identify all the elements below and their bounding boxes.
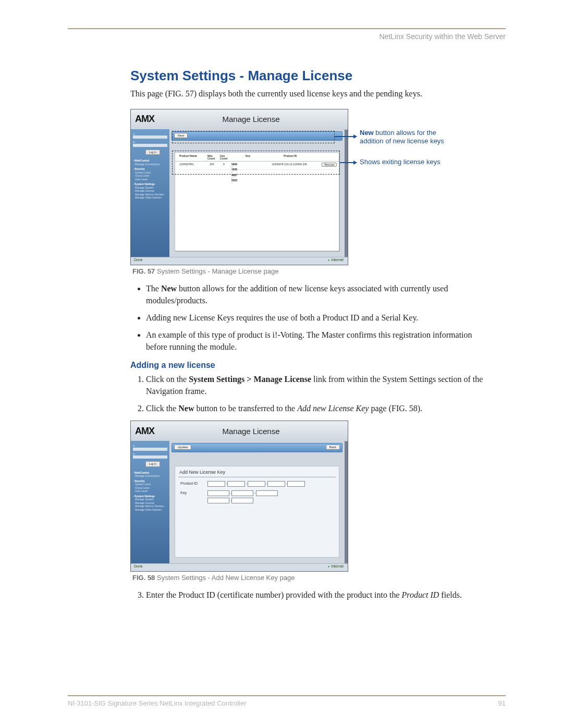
- figure-57-caption: FIG. 57 System Settings - Manage License…: [132, 267, 495, 275]
- toolbar-b: Update Back: [172, 443, 342, 452]
- app-header: AMX Manage License: [131, 109, 348, 130]
- app-window-b: AMX Manage License u: p: Log In - WebCon…: [130, 421, 348, 572]
- running-head: NetLinx Security within the Web Server: [379, 32, 506, 41]
- sidebar-item-manage-netlinx-devices-b[interactable]: Manage NetLinx Devices: [135, 504, 167, 508]
- label-key: Key: [180, 491, 206, 495]
- status-bar: Done Internet: [131, 257, 348, 265]
- figure-57-graphic: AMX Manage License u: p: Log In - WebCon…: [130, 109, 454, 265]
- callout-new: New button allows for the addition of ne…: [360, 129, 451, 146]
- password-input-b[interactable]: [133, 455, 167, 459]
- product-id-input-2[interactable]: [227, 481, 245, 487]
- status-done-b: Done: [134, 564, 143, 568]
- app-header-b: AMX Manage License: [131, 421, 348, 441]
- back-button[interactable]: Back: [326, 445, 340, 450]
- username-input[interactable]: [133, 135, 167, 139]
- app-main: New Product Name Max Count Use Count Key…: [169, 129, 345, 257]
- label-product-id: Product ID: [180, 482, 206, 485]
- key-input-4[interactable]: [207, 498, 229, 503]
- steps-list-cont: Enter the Product ID (certificate number…: [136, 589, 495, 601]
- step-1: Click on the System Settings > Manage Li…: [146, 373, 495, 397]
- screen-title-b: Manage License: [154, 427, 348, 436]
- bullet-1: The New button allows for the addition o…: [146, 282, 495, 306]
- intro-paragraph: This page (FIG. 57) displays both the cu…: [130, 88, 495, 100]
- status-bar-b: Done Internet: [131, 563, 348, 571]
- page-number: 91: [498, 699, 506, 707]
- screen-title: Manage License: [154, 115, 348, 124]
- form-divider: [178, 477, 336, 477]
- figure-58: AMX Manage License u: p: Log In - WebCon…: [130, 421, 495, 582]
- key-input-5[interactable]: [231, 498, 253, 503]
- steps-list: Click on the System Settings > Manage Li…: [136, 373, 495, 415]
- update-button[interactable]: Update: [174, 445, 191, 450]
- figure-58-caption: FIG. 58 System Settings - Add New Licens…: [132, 574, 495, 582]
- product-id-input-4[interactable]: [267, 481, 285, 487]
- product-id-input-5[interactable]: [287, 481, 305, 487]
- app-main-b: Update Back Add New License Key Product …: [169, 441, 345, 564]
- form-title: Add New License Key: [179, 470, 225, 475]
- username-input-b[interactable]: [133, 448, 167, 451]
- login-button[interactable]: Log In: [145, 150, 160, 155]
- sidebar-item-manage-other-devices-b[interactable]: Manage Other Devices: [135, 508, 167, 512]
- sidebar-item-manage-other-devices[interactable]: Manage Other Devices: [135, 196, 167, 200]
- status-internet-b: Internet: [328, 564, 344, 568]
- highlight-license-row: [172, 151, 340, 175]
- key-input-1[interactable]: [207, 490, 229, 496]
- amx-logo-b: AMX: [135, 426, 154, 437]
- highlight-new-toolbar: [172, 131, 335, 143]
- section-title: System Settings - Manage License: [130, 68, 495, 84]
- key-input-3[interactable]: [256, 490, 278, 496]
- step-3: Enter the Product ID (certificate number…: [146, 589, 495, 601]
- amx-logo: AMX: [135, 114, 154, 125]
- footer-text: NI-3101-SIG Signature Series NetLinx Int…: [68, 699, 247, 707]
- bullet-2: Adding new License Keys requires the use…: [146, 312, 495, 324]
- password-input[interactable]: [133, 144, 167, 147]
- product-id-input-1[interactable]: [207, 481, 225, 487]
- status-internet: Internet: [328, 258, 344, 262]
- bullet-list: The New button allows for the addition o…: [146, 282, 495, 353]
- callout-existing: Shows exiting license keys: [360, 158, 451, 167]
- page-footer: NI-3101-SIG Signature Series NetLinx Int…: [68, 695, 506, 707]
- add-license-form: Add New License Key Product ID - - - -: [175, 466, 339, 558]
- p-label: p:: [133, 140, 135, 143]
- figure-57: AMX Manage License u: p: Log In - WebCon…: [130, 109, 495, 275]
- login-button-b[interactable]: Log In: [145, 461, 160, 467]
- step-2: Click the New button to be transferred t…: [146, 402, 495, 414]
- u-label: u:: [133, 132, 135, 135]
- u-label-b: u:: [133, 444, 135, 447]
- bullet-3: An example of this type of product is i!…: [146, 329, 495, 353]
- page-content: System Settings - Manage License This pa…: [130, 68, 495, 601]
- p-label-b: p:: [133, 452, 135, 455]
- document-page: NetLinx Security within the Web Server S…: [0, 0, 563, 728]
- subhead-adding-license: Adding a new license: [130, 361, 495, 370]
- callout-arrow-new: [335, 136, 357, 137]
- status-done: Done: [134, 258, 143, 262]
- app-sidebar: u: p: Log In - WebControl Manage Connect…: [131, 129, 169, 257]
- top-rule: [68, 28, 506, 29]
- callout-arrow-existing: [340, 162, 357, 163]
- app-sidebar-b: u: p: Log In - WebControl Manage Connect…: [131, 441, 169, 564]
- key-input-2[interactable]: [231, 490, 253, 496]
- figure-58-graphic: AMX Manage License u: p: Log In - WebCon…: [130, 421, 349, 572]
- product-id-input-3[interactable]: [248, 481, 265, 487]
